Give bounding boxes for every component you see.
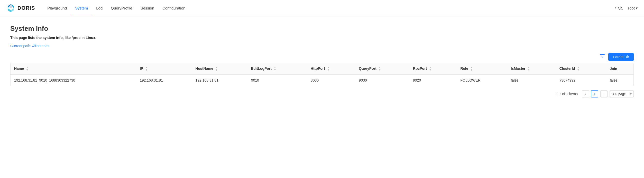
col-role[interactable]: Role ▲▼ [457, 63, 507, 75]
user-menu[interactable]: root ▾ [628, 6, 638, 11]
sort-arrows-queryport: ▲▼ [379, 66, 381, 71]
col-httpport[interactable]: HttpPort ▲▼ [307, 63, 355, 75]
data-table-container: Name ▲▼ IP ▲▼ HostName ▲▼ EditLogPort ▲▼ [10, 63, 634, 86]
nav-item-system[interactable]: System [71, 0, 92, 16]
cell-ip: 192.168.31.81 [136, 75, 192, 86]
sort-arrows-editlogport: ▲▼ [274, 66, 276, 71]
cell-rpcport: 9020 [409, 75, 457, 86]
main-nav: Playground System Log QueryProfile Sessi… [43, 0, 189, 16]
current-page: 1 [591, 90, 598, 97]
nav-item-log[interactable]: Log [92, 0, 107, 16]
sort-arrows-httpport: ▲▼ [327, 66, 330, 71]
cell-name: 192.168.31.81_9010_1688303322730 [11, 75, 136, 86]
page-content: System Info This page lists the system i… [0, 16, 644, 106]
page-title: System Info [10, 25, 634, 33]
col-editlogport[interactable]: EditLogPort ▲▼ [247, 63, 307, 75]
language-button[interactable]: 中文 [615, 6, 623, 11]
svg-marker-4 [8, 4, 14, 8]
toolbar: Parent Dir [10, 53, 634, 61]
header-right: 中文 root ▾ [615, 6, 638, 11]
col-rpcport[interactable]: RpcPort ▲▼ [409, 63, 457, 75]
nav-item-queryprofile[interactable]: QueryProfile [107, 0, 136, 16]
nav-item-session[interactable]: Session [136, 0, 158, 16]
col-ip[interactable]: IP ▲▼ [136, 63, 192, 75]
cell-join: false [606, 75, 633, 86]
sort-arrows-rpcport: ▲▼ [429, 66, 431, 71]
sort-arrows-ip: ▲▼ [145, 66, 148, 71]
next-page-button[interactable]: › [600, 90, 608, 97]
cell-httpport: 8030 [307, 75, 355, 86]
sort-arrows-name: ▲▼ [26, 66, 29, 71]
prev-page-button[interactable]: ‹ [582, 90, 589, 97]
filter-icon [600, 54, 605, 58]
per-page-select[interactable]: 30 / page 50 / page 100 / page [610, 90, 634, 97]
pagination-info: 1-1 of 1 items [556, 92, 578, 96]
col-ismaster[interactable]: IsMaster ▲▼ [507, 63, 556, 75]
col-queryport[interactable]: QueryPort ▲▼ [355, 63, 409, 75]
parent-dir-button[interactable]: Parent Dir [608, 53, 634, 61]
nav-item-configuration[interactable]: Configuration [158, 0, 189, 16]
table-header-row: Name ▲▼ IP ▲▼ HostName ▲▼ EditLogPort ▲▼ [11, 63, 633, 75]
svg-marker-3 [11, 8, 14, 12]
sort-arrows-role: ▲▼ [470, 66, 473, 71]
logo-text: DORIS [17, 5, 35, 11]
col-clusterid[interactable]: ClusterId ▲▼ [556, 63, 606, 75]
table-row: 192.168.31.81_9010_1688303322730 192.168… [11, 75, 633, 86]
sort-arrows-clusterid: ▲▼ [577, 66, 579, 71]
page-description: This page lists the system info, like /p… [10, 36, 634, 40]
doris-logo-icon [6, 4, 15, 13]
header: DORIS Playground System Log QueryProfile… [0, 0, 644, 16]
cell-role: FOLLOWER [457, 75, 507, 86]
col-hostname[interactable]: HostName ▲▼ [192, 63, 247, 75]
col-join[interactable]: Join [606, 63, 633, 75]
pagination: 1-1 of 1 items ‹ 1 › 30 / page 50 / page… [10, 90, 634, 97]
cell-clusterid: 73674992 [556, 75, 606, 86]
logo: DORIS [6, 4, 35, 13]
sort-arrows-ismaster: ▲▼ [527, 66, 530, 71]
cell-hostname: 192.168.31.81 [192, 75, 247, 86]
filter-button[interactable] [599, 53, 606, 61]
chevron-down-icon: ▾ [636, 6, 638, 11]
col-name[interactable]: Name ▲▼ [11, 63, 136, 75]
sort-arrows-hostname: ▲▼ [215, 66, 218, 71]
svg-marker-2 [8, 8, 11, 12]
user-name: root [628, 6, 635, 10]
current-path[interactable]: Current path: //frontends [10, 44, 634, 48]
cell-ismaster: false [507, 75, 556, 86]
cell-queryport: 9030 [355, 75, 409, 86]
cell-editlogport: 9010 [247, 75, 307, 86]
nav-item-playground[interactable]: Playground [43, 0, 71, 16]
data-table: Name ▲▼ IP ▲▼ HostName ▲▼ EditLogPort ▲▼ [11, 63, 633, 86]
